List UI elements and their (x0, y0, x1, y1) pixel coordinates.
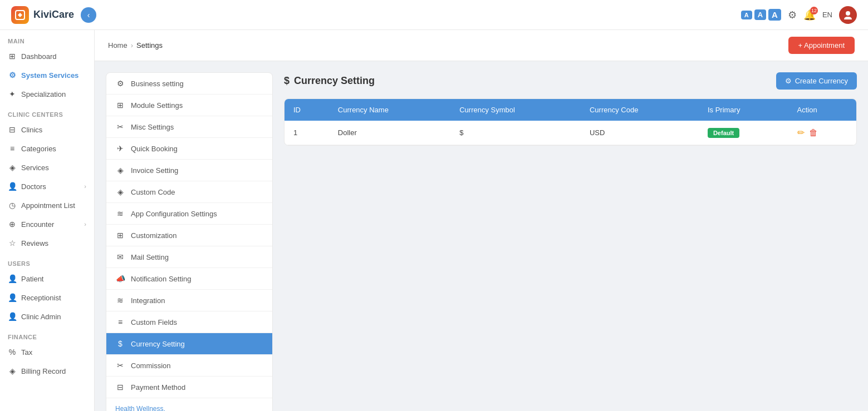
sidebar-item-receptionist[interactable]: 👤Receptionist (0, 288, 94, 307)
table-head: IDCurrency NameCurrency SymbolCurrency C… (285, 99, 856, 121)
font-large-button[interactable]: A (768, 9, 781, 21)
menu-item-custom-code[interactable]: ◈Custom Code (106, 181, 272, 203)
create-currency-button[interactable]: ⚙ Create Currency (776, 72, 857, 90)
sidebar-label-categories: Categories (21, 145, 56, 153)
doctors-icon: 👤 (8, 182, 17, 191)
sidebar-label-encounter: Encounter (21, 220, 54, 229)
clinic-admin-icon: 👤 (8, 312, 17, 321)
menu-label-mail-setting: Mail Setting (131, 253, 169, 261)
sidebar-item-tax[interactable]: %Tax (0, 343, 94, 362)
settings-icon[interactable]: ⚙ (788, 9, 797, 21)
menu-item-quick-booking[interactable]: ✈Quick Booking (106, 138, 272, 160)
breadcrumb-separator: › (131, 41, 133, 49)
specialization-icon: ✦ (8, 90, 17, 98)
main-content: Home › Settings + Appointment ⚙Business … (95, 30, 868, 411)
menu-item-notification-setting[interactable]: 📣Notification Setting (106, 268, 272, 290)
menu-item-invoice-setting[interactable]: ◈Invoice Setting (106, 160, 272, 181)
panel-title-text: Currency Setting (294, 75, 375, 87)
menu-label-integration: Integration (131, 296, 165, 305)
misc-settings-menu-icon: ✂ (115, 122, 125, 131)
sidebar-item-dashboard[interactable]: ⊞Dashboard (0, 47, 94, 66)
currency-table-container: IDCurrency NameCurrency SymbolCurrency C… (284, 98, 857, 146)
delete-button[interactable]: 🗑 (809, 128, 818, 138)
cell-symbol: $ (450, 121, 581, 145)
sidebar-item-clinics[interactable]: ⊟Clinics (0, 120, 94, 139)
menu-item-payment-method[interactable]: ⊟Payment Method (106, 377, 272, 398)
reviews-icon: ☆ (8, 239, 17, 247)
sidebar-label-patient: Patient (21, 275, 43, 283)
notification-bell[interactable]: 🔔 12 (803, 9, 816, 21)
sidebar-item-doctors[interactable]: 👤Doctors› (0, 177, 94, 196)
sidebar-item-billing-record[interactable]: ◈Billing Record (0, 362, 94, 380)
invoice-setting-menu-icon: ◈ (115, 166, 125, 175)
panel-title: $ Currency Setting (284, 75, 375, 87)
sidebar-item-system-services[interactable]: ⚙System Services (0, 66, 94, 85)
notification-count: 12 (810, 7, 818, 14)
menu-label-misc-settings: Misc Settings (131, 123, 174, 131)
sidebar-item-reviews[interactable]: ☆Reviews (0, 234, 94, 252)
encounter-icon: ⊕ (8, 220, 17, 229)
logo-text: KiviCare (33, 9, 74, 21)
currency-title-icon: $ (284, 75, 290, 87)
sidebar-label-specialization: Specialization (21, 90, 66, 98)
menu-label-currency-setting: Currency Setting (131, 340, 185, 348)
menu-label-custom-fields: Custom Fields (131, 318, 177, 326)
menu-label-invoice-setting: Invoice Setting (131, 166, 178, 175)
sidebar-item-specialization[interactable]: ✦Specialization (0, 85, 94, 103)
breadcrumb-home[interactable]: Home (108, 41, 127, 49)
sidebar-item-appointment-list[interactable]: ◷Appointment List (0, 196, 94, 215)
menu-item-app-configuration[interactable]: ≋App Configuration Settings (106, 203, 272, 225)
font-medium-button[interactable]: A (754, 9, 766, 20)
panel-header: $ Currency Setting ⚙ Create Currency (284, 72, 857, 90)
table-header-is-primary: Is Primary (699, 99, 788, 121)
font-small-button[interactable]: A (741, 11, 752, 19)
sidebar-label-doctors: Doctors (21, 182, 46, 191)
sidebar-label-dashboard: Dashboard (21, 52, 57, 61)
custom-code-menu-icon: ◈ (115, 187, 125, 196)
appointment-button[interactable]: + Appointment (788, 37, 855, 54)
sidebar-item-services[interactable]: ◈Services (0, 158, 94, 177)
menu-label-notification-setting: Notification Setting (131, 275, 191, 283)
sidebar-label-billing-record: Billing Record (21, 367, 66, 375)
sidebar-item-categories[interactable]: ≡Categories (0, 139, 94, 158)
menu-item-mail-setting[interactable]: ✉Mail Setting (106, 246, 272, 268)
language-selector[interactable]: EN (822, 11, 832, 19)
menu-item-commission[interactable]: ✂Commission (106, 355, 272, 377)
cell-name: Doller (329, 121, 450, 145)
menu-label-module-settings: Module Settings (131, 101, 183, 110)
menu-item-misc-settings[interactable]: ✂Misc Settings (106, 116, 272, 138)
avatar[interactable] (839, 6, 857, 24)
action-buttons: ✏🗑 (797, 127, 847, 138)
topbar-left: KiviCare ‹ (11, 6, 96, 24)
menu-label-commission: Commission (131, 362, 171, 370)
menu-item-module-settings[interactable]: ⊞Module Settings (106, 95, 272, 116)
back-button[interactable]: ‹ (81, 7, 96, 23)
menu-item-business-setting[interactable]: ⚙Business setting (106, 73, 272, 95)
menu-label-custom-code: Custom Code (131, 188, 175, 196)
svg-point-1 (846, 11, 850, 16)
edit-button[interactable]: ✏ (797, 127, 805, 138)
currency-table: IDCurrency NameCurrency SymbolCurrency C… (285, 99, 856, 145)
table-body: 1Doller$USDDefault✏🗑 (285, 121, 856, 145)
table-row: 1Doller$USDDefault✏🗑 (285, 121, 856, 145)
sidebar-item-patient[interactable]: 👤Patient (0, 269, 94, 288)
sidebar-item-clinic-admin[interactable]: 👤Clinic Admin (0, 307, 94, 326)
menu-item-customization[interactable]: ⊞Customization (106, 225, 272, 246)
custom-fields-menu-icon: ≡ (115, 318, 125, 326)
sidebar-section-clinic-centers: CLINIC CENTERS (0, 103, 94, 120)
table-header-currency-name: Currency Name (329, 99, 450, 121)
menu-item-integration[interactable]: ≋Integration (106, 290, 272, 311)
sidebar-item-encounter[interactable]: ⊕Encounter› (0, 215, 94, 234)
cell-action: ✏🗑 (788, 121, 856, 145)
menu-item-custom-fields[interactable]: ≡Custom Fields (106, 311, 272, 333)
footer-link[interactable]: Health Wellness. (106, 398, 272, 411)
commission-menu-icon: ✂ (115, 361, 125, 370)
table-header-currency-symbol: Currency Symbol (450, 99, 581, 121)
doctors-chevron-icon: › (84, 183, 86, 190)
table-header-row: IDCurrency NameCurrency SymbolCurrency C… (285, 99, 856, 121)
menu-item-currency-setting[interactable]: $Currency Setting (106, 333, 272, 355)
logo: KiviCare (11, 6, 74, 24)
billing-record-icon: ◈ (8, 367, 17, 375)
layout: MAIN⊞Dashboard⚙System Services✦Specializ… (0, 30, 868, 411)
mail-setting-menu-icon: ✉ (115, 252, 125, 261)
